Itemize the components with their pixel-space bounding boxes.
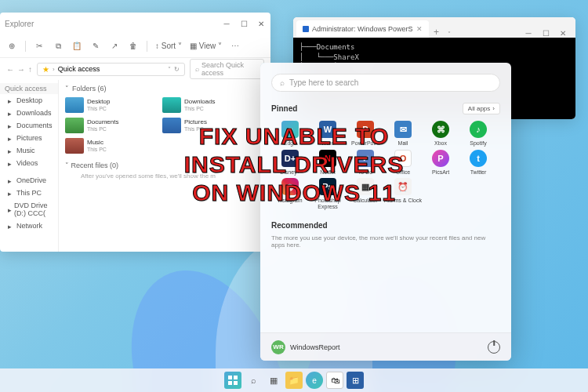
maximize-button[interactable]: ☐ <box>239 19 249 28</box>
svg-rect-2 <box>228 381 232 385</box>
sidebar-item[interactable]: ▸Downloads <box>0 107 58 119</box>
start-button[interactable] <box>224 372 241 389</box>
pinned-app[interactable]: ✓To Do <box>347 150 384 176</box>
forward-icon[interactable]: → <box>17 65 25 74</box>
explorer-title: Explorer <box>5 20 34 28</box>
sort-button[interactable]: ↕ Sort ˅ <box>155 42 182 50</box>
refresh-icon[interactable]: ↻ <box>174 66 180 73</box>
file-explorer-window: Explorer ─ ☐ ✕ ⊕ ✂ ⧉ 📋 ✎ ↗ 🗑 ↕ Sort ˅ ▦ … <box>0 13 270 252</box>
search-icon: ⌕ <box>280 78 285 87</box>
sidebar-item[interactable]: ▸Music <box>0 144 58 157</box>
sidebar-item[interactable]: ▸Videos <box>0 157 58 169</box>
folder-item[interactable]: DownloadsThis PC <box>162 97 256 113</box>
pinned-app[interactable]: D+Disney+ <box>271 150 309 176</box>
sidebar-group[interactable]: ▸OneDrive <box>0 174 58 187</box>
view-button[interactable]: ▦ View ˅ <box>190 42 222 50</box>
copy-icon[interactable]: ⧉ <box>53 41 64 52</box>
pinned-app[interactable]: ✉Mail <box>384 121 422 147</box>
taskbar-app-icon[interactable]: ⊞ <box>347 372 364 389</box>
recommended-header: Recommended <box>271 221 500 230</box>
pinned-app[interactable]: tTwitter <box>459 150 497 176</box>
recent-section-header[interactable]: ˅ Recent files (0) <box>65 162 264 169</box>
paste-icon[interactable]: 📋 <box>71 41 82 52</box>
pinned-app[interactable]: PPowerPoint <box>347 121 384 147</box>
pinned-app[interactable]: ⌘Xbox <box>422 121 459 147</box>
search-icon: ⌕ <box>195 65 199 73</box>
folder-item[interactable]: MusicThis PC <box>65 138 159 154</box>
taskbar-widgets-icon[interactable]: ▦ <box>265 372 282 389</box>
powershell-tabbar: Administrator: Windows PowerS ✕ + ˅ ─ ☐ … <box>293 17 575 38</box>
minimize-button[interactable]: ─ <box>222 19 231 28</box>
explorer-sidebar: Quick access ▸Desktop▸Downloads▸Document… <box>0 80 59 252</box>
all-apps-button[interactable]: All apps› <box>463 103 500 114</box>
new-icon[interactable]: ⊕ <box>6 41 17 52</box>
folder-item[interactable]: DocumentsThis PC <box>65 118 159 133</box>
delete-icon[interactable]: 🗑 <box>128 41 139 52</box>
taskbar-edge-icon[interactable]: e <box>306 372 323 389</box>
user-avatar[interactable]: WR <box>271 340 285 354</box>
address-location: Quick access <box>58 65 100 73</box>
pinned-app[interactable]: PPicsArt <box>422 150 459 176</box>
power-button[interactable] <box>488 341 500 354</box>
explorer-content: ˅Folders (6) DesktopThis PCDownloadsThis… <box>59 80 270 252</box>
chevron-down-icon[interactable]: ˅ <box>168 66 171 73</box>
recommended-hint: The more you use your device, the more w… <box>271 234 500 249</box>
pwsh-minimize-button[interactable]: ─ <box>524 28 533 38</box>
sidebar-item[interactable]: ▸Pictures <box>0 132 58 144</box>
explorer-search-input[interactable]: ⌕ Search Quick access <box>190 59 264 79</box>
recent-hint: After you've opened some files, we'll sh… <box>65 172 264 180</box>
pinned-app[interactable]: ◉Instagram <box>271 178 309 209</box>
user-name[interactable]: WindowsReport <box>290 343 340 351</box>
sidebar-group[interactable]: ▸This PC <box>0 187 58 199</box>
pinned-app[interactable]: OOffice <box>384 150 422 176</box>
explorer-toolbar: ⊕ ✂ ⧉ 📋 ✎ ↗ 🗑 ↕ Sort ˅ ▦ View ˅ ⋯ <box>0 34 270 58</box>
start-search-input[interactable]: ⌕ Type here to search <box>271 74 500 92</box>
tab-dropdown-icon[interactable]: ˅ <box>445 31 454 38</box>
explorer-addressbar: ← → ↑ ★ › Quick access ˅ ↻ ⌕ Search Quic… <box>0 58 270 80</box>
taskbar: ⌕ ▦ 📁 e 🛍 ⊞ <box>0 368 588 392</box>
cut-icon[interactable]: ✂ <box>34 41 45 52</box>
folders-section-header[interactable]: ˅Folders (6) <box>65 85 264 93</box>
back-icon[interactable]: ← <box>6 65 14 74</box>
powershell-icon <box>303 26 309 32</box>
sidebar-group[interactable]: ▸Network <box>0 220 58 232</box>
sidebar-header: Quick access <box>0 83 58 94</box>
share-icon[interactable]: ↗ <box>109 41 120 52</box>
sidebar-item[interactable]: ▸Desktop <box>0 94 58 107</box>
tab-close-icon[interactable]: ✕ <box>416 25 423 33</box>
pinned-app[interactable]: eEdge <box>271 121 309 147</box>
folder-item[interactable]: DesktopThis PC <box>65 97 159 113</box>
taskbar-store-icon[interactable]: 🛍 <box>326 372 343 389</box>
pinned-app[interactable]: ♪Spotify <box>459 121 497 147</box>
explorer-titlebar: Explorer ─ ☐ ✕ <box>0 13 270 34</box>
pwsh-maximize-button[interactable]: ☐ <box>541 28 550 38</box>
pwsh-close-button[interactable]: ✕ <box>558 28 568 38</box>
taskbar-search-icon[interactable]: ⌕ <box>245 372 262 389</box>
pinned-header: Pinned <box>271 104 297 113</box>
star-icon: ★ <box>42 65 49 74</box>
sidebar-item[interactable]: ▸Documents <box>0 119 58 132</box>
start-menu: ⌕ Type here to search Pinned All apps› e… <box>260 63 511 361</box>
folder-item[interactable]: PicturesThis PC <box>162 118 256 133</box>
pinned-app[interactable]: WWord <box>309 121 347 147</box>
sidebar-group[interactable]: ▸DVD Drive (D:) CCC( <box>0 199 58 220</box>
pinned-app[interactable]: PsPhotoshop Express <box>309 178 347 209</box>
rename-icon[interactable]: ✎ <box>90 41 101 52</box>
pinned-app[interactable]: ⏰Alarms & Clock <box>384 178 422 209</box>
start-footer: WR WindowsReport <box>260 332 511 361</box>
up-icon[interactable]: ↑ <box>28 65 32 74</box>
svg-rect-3 <box>234 381 238 385</box>
pinned-app[interactable]: ▦Calculator <box>347 178 384 209</box>
svg-rect-1 <box>234 376 238 379</box>
address-input[interactable]: ★ › Quick access ˅ ↻ <box>37 63 185 76</box>
svg-rect-0 <box>228 376 232 379</box>
powershell-tab[interactable]: Administrator: Windows PowerS ✕ <box>296 20 429 38</box>
more-icon[interactable]: ⋯ <box>230 41 241 52</box>
close-button[interactable]: ✕ <box>256 19 266 28</box>
taskbar-explorer-icon[interactable]: 📁 <box>285 372 303 389</box>
new-tab-button[interactable]: + <box>429 27 445 38</box>
pinned-app[interactable]: NNetflix <box>309 150 347 176</box>
